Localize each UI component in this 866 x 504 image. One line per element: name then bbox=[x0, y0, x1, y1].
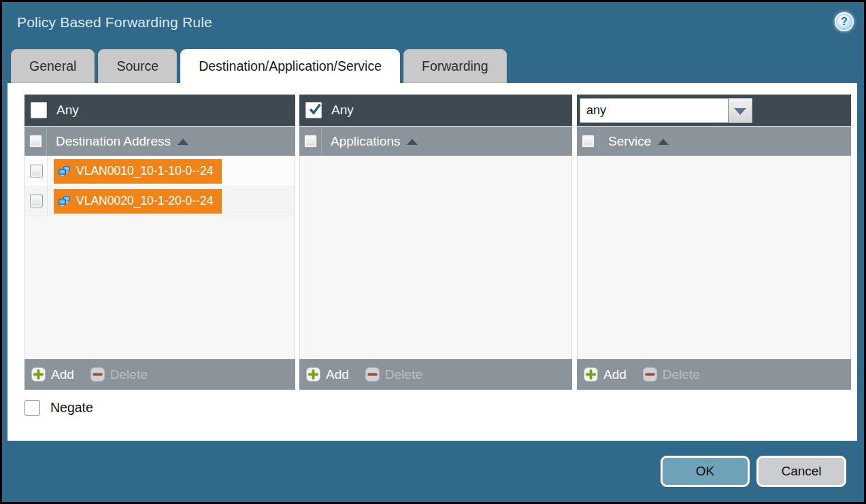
plus-icon bbox=[306, 367, 320, 382]
delete-button[interactable]: Delete bbox=[365, 367, 422, 382]
service-footer-bar: Add Delete bbox=[577, 359, 851, 390]
delete-button-label: Delete bbox=[110, 367, 148, 382]
add-button-label: Add bbox=[326, 367, 349, 382]
applications-select-all-checkbox[interactable] bbox=[304, 135, 317, 148]
service-header-row: Service bbox=[577, 127, 851, 156]
service-select-all-cell bbox=[577, 127, 599, 156]
add-button[interactable]: Add bbox=[31, 367, 74, 382]
row-checkbox-cell bbox=[25, 186, 48, 216]
destination-address-column: Any Destination Address bbox=[24, 95, 295, 390]
destination-footer-bar: Add Delete bbox=[24, 359, 295, 390]
destination-address-sort-header[interactable]: Destination Address bbox=[47, 134, 188, 149]
negate-control: Negate bbox=[24, 400, 93, 416]
plus-icon bbox=[31, 367, 46, 382]
table-row: VLAN0010_10-1-10-0--24 bbox=[25, 156, 295, 186]
service-dropdown: any bbox=[580, 98, 752, 123]
address-object-name: VLAN0010_10-1-10-0--24 bbox=[76, 164, 213, 178]
delete-button[interactable]: Delete bbox=[90, 367, 148, 382]
minus-icon bbox=[643, 367, 657, 382]
plus-icon bbox=[584, 367, 598, 382]
applications-footer-bar: Add Delete bbox=[299, 359, 572, 390]
delete-button[interactable]: Delete bbox=[643, 367, 700, 382]
applications-any-checkbox[interactable] bbox=[305, 102, 322, 118]
row-checkbox[interactable] bbox=[30, 195, 43, 207]
negate-label: Negate bbox=[50, 400, 93, 416]
policy-forwarding-dialog: Policy Based Forwarding Rule ? General S… bbox=[0, 0, 866, 504]
service-dropdown-value[interactable]: any bbox=[580, 98, 729, 123]
service-dropdown-bar: any bbox=[577, 95, 851, 127]
checkmark-icon bbox=[308, 103, 322, 115]
address-object-chip[interactable]: VLAN0020_10-1-20-0--24 bbox=[54, 189, 222, 214]
applications-list bbox=[299, 156, 572, 359]
applications-header-label: Applications bbox=[331, 134, 400, 149]
destination-any-bar: Any bbox=[24, 95, 295, 127]
service-column: any Service bbox=[577, 95, 851, 390]
add-button[interactable]: Add bbox=[306, 367, 349, 382]
table-row: VLAN0020_10-1-20-0--24 bbox=[25, 186, 295, 216]
ok-button[interactable]: OK bbox=[661, 456, 750, 487]
applications-any-bar: Any bbox=[299, 95, 572, 127]
minus-icon bbox=[90, 367, 105, 382]
dialog-title: Policy Based Forwarding Rule bbox=[17, 14, 212, 31]
minus-icon bbox=[365, 367, 380, 382]
service-dropdown-button[interactable] bbox=[729, 98, 752, 123]
negate-checkbox[interactable] bbox=[24, 400, 40, 416]
delete-button-label: Delete bbox=[385, 367, 422, 382]
service-sort-header[interactable]: Service bbox=[599, 134, 669, 149]
sort-ascending-icon bbox=[658, 139, 669, 145]
chevron-down-icon bbox=[734, 108, 746, 115]
network-address-icon bbox=[59, 196, 71, 207]
service-select-all-checkbox[interactable] bbox=[582, 135, 595, 148]
row-checkbox[interactable] bbox=[30, 165, 43, 178]
tab-destination-application-service[interactable]: Destination/Application/Service bbox=[180, 49, 400, 84]
tab-general[interactable]: General bbox=[11, 49, 95, 83]
destination-select-all-cell bbox=[24, 127, 47, 156]
applications-sort-header[interactable]: Applications bbox=[322, 134, 418, 149]
tab-bar: General Source Destination/Application/S… bbox=[11, 49, 507, 83]
destination-address-list: VLAN0010_10-1-10-0--24 bbox=[24, 156, 295, 359]
sort-ascending-icon bbox=[178, 139, 188, 145]
tab-source[interactable]: Source bbox=[98, 49, 177, 83]
address-object-name: VLAN0020_10-1-20-0--24 bbox=[76, 194, 213, 208]
add-button-label: Add bbox=[51, 367, 74, 382]
applications-column: Any Applications Add bbox=[299, 95, 572, 390]
destination-any-checkbox[interactable] bbox=[31, 102, 47, 118]
service-list bbox=[577, 156, 851, 359]
tab-content-panel: Any Destination Address bbox=[7, 83, 857, 441]
tab-forwarding[interactable]: Forwarding bbox=[403, 49, 507, 83]
applications-select-all-cell bbox=[299, 127, 322, 156]
add-button[interactable]: Add bbox=[584, 367, 627, 382]
destination-any-label: Any bbox=[56, 103, 79, 118]
applications-any-label: Any bbox=[331, 103, 354, 118]
delete-button-label: Delete bbox=[663, 367, 700, 382]
network-address-icon bbox=[59, 166, 71, 177]
help-icon[interactable]: ? bbox=[835, 12, 854, 31]
row-checkbox-cell bbox=[25, 156, 48, 186]
destination-select-all-checkbox[interactable] bbox=[29, 135, 42, 148]
applications-header-row: Applications bbox=[299, 127, 572, 156]
help-glyph: ? bbox=[841, 16, 848, 28]
cancel-button[interactable]: Cancel bbox=[756, 456, 846, 487]
sort-ascending-icon bbox=[407, 139, 418, 145]
service-header-label: Service bbox=[608, 134, 651, 149]
destination-address-header-row: Destination Address bbox=[24, 127, 295, 156]
add-button-label: Add bbox=[603, 367, 627, 382]
destination-address-header-label: Destination Address bbox=[56, 134, 171, 149]
address-object-chip[interactable]: VLAN0010_10-1-10-0--24 bbox=[54, 159, 222, 184]
